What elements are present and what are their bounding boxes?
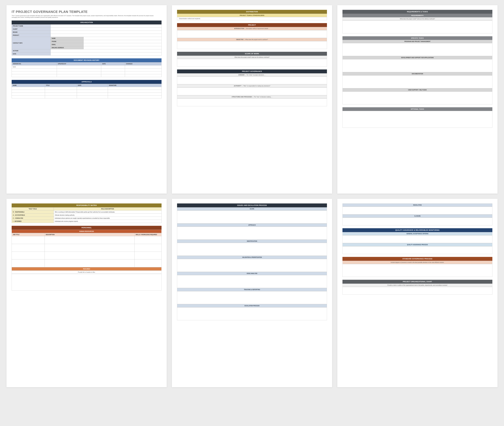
matrix-col-role: "RACI" ROLE bbox=[12, 207, 54, 211]
issue-field-1[interactable] bbox=[177, 227, 327, 240]
rev-col-changes: CHANGES bbox=[125, 62, 161, 65]
task-1-field[interactable] bbox=[343, 59, 492, 72]
organization-table: PROJECT NAME CLIENT BRAND PRODUCT CONTAC… bbox=[12, 24, 161, 56]
label-client: CLIENT bbox=[12, 28, 51, 31]
objective-desc: What does the project work to achieve? bbox=[245, 39, 268, 40]
issue-field-0[interactable] bbox=[177, 211, 327, 223]
distribution-header: DISTRIBUTION bbox=[177, 10, 327, 14]
appr-col-signature: SIGNATURE bbox=[108, 84, 161, 87]
std-process-field[interactable] bbox=[343, 264, 492, 277]
label-date: DATE bbox=[12, 52, 51, 56]
authority-row: AUTHORITY | "Who" is responsible for mak… bbox=[177, 84, 327, 87]
field-product[interactable] bbox=[51, 34, 161, 37]
rev-version-0[interactable]: 0.0.0 bbox=[12, 65, 57, 69]
role-r: R – RESPONSIBLE bbox=[12, 211, 54, 214]
closure-field[interactable] bbox=[343, 218, 492, 225]
struct-field[interactable] bbox=[177, 99, 327, 106]
label-project-name: PROJECT NAME bbox=[12, 25, 51, 28]
resolution-field[interactable] bbox=[343, 207, 492, 214]
authority-label: AUTHORITY bbox=[234, 85, 241, 87]
template-preview-grid: IT PROJECT GOVERNANCE PLAN TEMPLATE This… bbox=[7, 5, 497, 387]
pers-col-desc: DESCRIPTION bbox=[44, 233, 134, 236]
field-author[interactable] bbox=[51, 49, 161, 52]
label-brand: BRAND bbox=[12, 31, 51, 34]
label-contact-info: CONTACT INFO bbox=[12, 37, 51, 49]
pers-col-skills: SKILLS / KNOWLEDGE REQUIRED bbox=[135, 233, 161, 236]
issues-header: ISSUES AND ESCALATION PROCESS bbox=[177, 203, 327, 207]
optional-tasks-block: OPTIONAL TASKS bbox=[343, 107, 492, 128]
requirements-field[interactable] bbox=[343, 21, 492, 33]
task-3: USER SUPPORT / HELP DESK bbox=[343, 88, 492, 92]
qa-sub-1: QUALITY ASSURANCE PROCESS bbox=[343, 243, 492, 246]
approvals-header: APPROVALS bbox=[12, 80, 161, 84]
intro-label: INTRODUCTION bbox=[234, 28, 244, 29]
scope-field[interactable] bbox=[177, 59, 327, 67]
rev-col-date: DATE bbox=[101, 62, 125, 65]
label-contact-name: NAME bbox=[51, 37, 84, 40]
role-i-desc: Individuals who receive progress reports… bbox=[54, 220, 161, 223]
scope-note: What does the project entail? what are t… bbox=[177, 56, 327, 59]
orgchart-header: PROJECT ORGANIZATIONAL CHART bbox=[343, 280, 492, 284]
task-0: PROGRAM AND PROJECT MANAGEMENT bbox=[343, 40, 492, 43]
rev-col-updated: UPDATED BY bbox=[57, 62, 101, 65]
field-date[interactable] bbox=[51, 52, 161, 56]
distribution-note: Dissemination method and recipients. bbox=[177, 17, 327, 20]
domains-desc: The "what" of project decisions … bbox=[246, 74, 266, 76]
approvals-table: NAME TITLE DATE SIGNATURE bbox=[12, 84, 161, 98]
field-contact-name[interactable] bbox=[84, 37, 161, 40]
qa-sub-0: GENERAL ACCEPTANCE CRITERIA bbox=[343, 232, 492, 235]
page-1: IT PROJECT GOVERNANCE PLAN TEMPLATE This… bbox=[7, 5, 167, 194]
intro-field[interactable] bbox=[177, 30, 327, 38]
field-brand[interactable] bbox=[51, 31, 161, 34]
field-contact-mailing[interactable] bbox=[84, 46, 161, 49]
task-0-field[interactable] bbox=[343, 43, 492, 56]
task-2-field[interactable] bbox=[343, 75, 492, 88]
scope-block: SCOPE OF WORK What does the project enta… bbox=[177, 52, 327, 67]
issue-field-2[interactable] bbox=[177, 243, 327, 256]
resumes-header: RESUMES bbox=[12, 267, 161, 270]
label-contact-mailing: MAILING ADDRESS bbox=[51, 46, 84, 49]
role-c-desc: Individuals whose opinions are sought, t… bbox=[54, 217, 161, 220]
distribution-sub: PROJECT TEAM & STAKEHOLDERS bbox=[177, 14, 327, 17]
issue-field-4[interactable] bbox=[177, 275, 327, 288]
personnel-table: JOB TITLE DESCRIPTION SKILLS / KNOWLEDGE… bbox=[12, 233, 161, 267]
issue-field-6[interactable] bbox=[177, 307, 327, 320]
optional-tasks-field[interactable] bbox=[343, 111, 492, 128]
governance-header: PROJECT GOVERNANCE bbox=[177, 70, 327, 73]
role-a-desc: Ultimate decision-making authority. bbox=[54, 214, 161, 217]
domains-row: DOMAINS | The "what" of project decision… bbox=[177, 73, 327, 77]
issues-block: ISSUES AND ESCALATION PROCESS SCOPE APPR… bbox=[177, 203, 327, 320]
struct-desc: The "how" of decision making … bbox=[254, 96, 272, 98]
matrix-block: RESPONSIBILITY MATRIX "RACI" ROLE ROLE D… bbox=[12, 203, 161, 223]
appr-col-name: NAME bbox=[12, 84, 45, 87]
qa-field-1[interactable] bbox=[343, 246, 492, 254]
qa-header: QUALITY ASSURANCE & DELIVERABLES MONITOR… bbox=[343, 228, 492, 232]
qa-field-0[interactable] bbox=[343, 235, 492, 243]
objective-field[interactable] bbox=[177, 41, 327, 49]
orgchart-field[interactable] bbox=[343, 287, 492, 295]
authority-field[interactable] bbox=[177, 87, 327, 95]
task-3-field[interactable] bbox=[343, 92, 492, 104]
issue-sec-4: ISSUE ANALYSIS bbox=[177, 272, 327, 275]
reqtasks-header: REQUIREMENTS & TASKS bbox=[343, 10, 492, 14]
field-project-name[interactable] bbox=[51, 25, 161, 28]
std-process-block: STANDARD GOVERNANCE PROCESS Include diag… bbox=[343, 257, 492, 277]
domains-field[interactable] bbox=[177, 77, 327, 84]
role-r-desc: Who is working to fulfill deliverables? … bbox=[54, 211, 161, 214]
page-3: REQUIREMENTS & TASKS REQUIREMENTS What d… bbox=[337, 5, 497, 194]
issue-field-3[interactable] bbox=[177, 259, 327, 272]
resumes-field[interactable] bbox=[12, 274, 161, 291]
appr-col-date: DATE bbox=[77, 84, 108, 87]
field-client[interactable] bbox=[51, 28, 161, 31]
resolution-block: RESOLUTION CLOSURE bbox=[343, 203, 492, 225]
objective-label: OBJECTIVE bbox=[236, 39, 243, 40]
reqtasks-block: REQUIREMENTS & TASKS REQUIREMENTS What d… bbox=[343, 10, 492, 33]
revision-block: DOCUMENT REVISION HISTORY VERSION NO. UP… bbox=[12, 58, 161, 77]
approvals-block: APPROVALS NAME TITLE DATE SIGNATURE bbox=[12, 80, 161, 98]
issue-field-5[interactable] bbox=[177, 291, 327, 304]
std-process-header: STANDARD GOVERNANCE PROCESS bbox=[343, 257, 492, 261]
page-2: DISTRIBUTION PROJECT TEAM & STAKEHOLDERS… bbox=[172, 5, 332, 194]
field-contact-phone[interactable] bbox=[84, 40, 161, 43]
field-contact-email[interactable] bbox=[84, 43, 161, 46]
distribution-block: DISTRIBUTION PROJECT TEAM & STAKEHOLDERS… bbox=[177, 10, 327, 20]
